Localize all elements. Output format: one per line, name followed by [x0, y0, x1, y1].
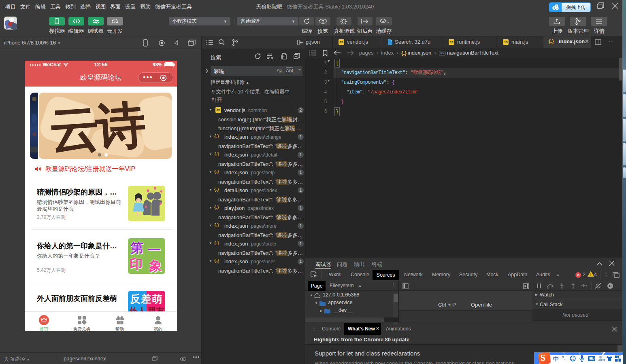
svg-text:21: 21	[602, 359, 605, 361]
